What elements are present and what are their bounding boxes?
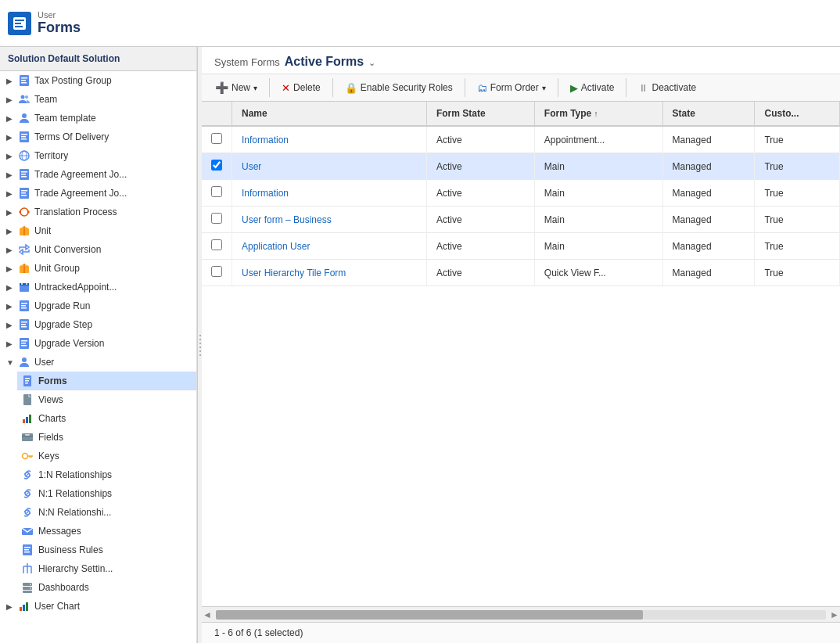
row-form-type-2: Main xyxy=(534,153,662,180)
label-trade-agreement-jo2: Trade Agreement Jo... xyxy=(34,188,127,199)
sidebar-item-tax-posting-group[interactable]: ▶ Tax Posting Group xyxy=(0,71,196,90)
icon-unit-conversion xyxy=(17,242,31,257)
sidebar-item-user-chart[interactable]: ▶ User Chart xyxy=(0,597,196,616)
sidebar-item-n1-relationships[interactable]: N:1 Relationships xyxy=(17,484,196,503)
row-checkbox-cell[interactable] xyxy=(202,207,232,233)
row-name-1[interactable]: Information xyxy=(232,126,427,153)
sidebar-item-upgrade-run[interactable]: ▶ Upgrade Run xyxy=(0,296,196,315)
svg-rect-19 xyxy=(21,171,27,173)
label-1n-relationships: 1:N Relationships xyxy=(38,469,112,480)
row-checkbox-4[interactable] xyxy=(211,213,222,224)
sidebar-item-team[interactable]: ▶ Team xyxy=(0,90,196,109)
row-form-type-3: Main xyxy=(534,180,662,207)
new-dropdown-icon[interactable]: ▾ xyxy=(253,84,257,92)
svg-rect-62 xyxy=(25,434,30,436)
enable-security-button[interactable]: 🔒 Enable Security Roles xyxy=(338,78,460,98)
sidebar-item-messages[interactable]: Messages xyxy=(17,522,196,541)
icon-keys xyxy=(20,449,34,463)
deactivate-button[interactable]: ⏸ Deactivate xyxy=(631,78,703,98)
select-all-header[interactable] xyxy=(202,102,232,126)
row-customizable-4: True xyxy=(755,207,840,233)
breadcrumb-dropdown-icon[interactable]: ⌄ xyxy=(368,58,375,68)
sidebar-item-team-template[interactable]: ▶ Team template xyxy=(0,109,196,128)
sidebar-item-charts[interactable]: Charts xyxy=(17,409,196,428)
sidebar-item-upgrade-step[interactable]: ▶ Upgrade Step xyxy=(0,315,196,334)
sidebar-item-unit-conversion[interactable]: ▶ Unit Conversion xyxy=(0,240,196,259)
row-checkbox-cell[interactable] xyxy=(202,260,232,286)
table-row[interactable]: Information Active Appointment... Manage… xyxy=(202,126,840,153)
table-row[interactable]: User Hierarchy Tile Form Active Quick Vi… xyxy=(202,260,840,286)
table-row[interactable]: Application User Active Main Managed Tru… xyxy=(202,233,840,260)
svg-rect-71 xyxy=(24,551,30,553)
sidebar-item-upgrade-version[interactable]: ▶ Upgrade Version xyxy=(0,334,196,353)
table-row[interactable]: User form – Business Active Main Managed… xyxy=(202,207,840,233)
sidebar-item-trade-agreement-jo1[interactable]: ▶ Trade Agreement Jo... xyxy=(0,165,196,184)
row-name-3[interactable]: Information xyxy=(232,180,427,207)
expand-arrow-translation-process: ▶ xyxy=(6,208,17,217)
svg-rect-14 xyxy=(21,138,27,140)
icon-user xyxy=(17,355,31,369)
sidebar-item-dashboards[interactable]: Dashboards xyxy=(17,578,196,597)
scroll-thumb[interactable] xyxy=(216,610,643,620)
sidebar-item-translation-process[interactable]: ▶ Translation Process xyxy=(0,203,196,221)
sidebar-item-territory[interactable]: ▶ Territory xyxy=(0,146,196,165)
col-header-customizable[interactable]: Custo... xyxy=(755,102,840,126)
sidebar-item-forms[interactable]: Forms xyxy=(17,372,196,390)
sidebar-item-unit[interactable]: ▶ Unit xyxy=(0,221,196,240)
scroll-left-btn[interactable]: ◄ xyxy=(202,609,213,620)
activate-button[interactable]: ▶ Activate xyxy=(563,78,622,98)
sidebar-item-hierarchy-settings[interactable]: Hierarchy Settin... xyxy=(17,559,196,578)
row-checkbox-cell[interactable] xyxy=(202,180,232,207)
sidebar-item-keys[interactable]: Keys xyxy=(17,447,196,465)
svg-rect-70 xyxy=(24,549,29,551)
sidebar-item-user[interactable]: ▼ User xyxy=(0,353,196,372)
expand-arrow-upgrade-run: ▶ xyxy=(6,302,17,311)
expand-arrow-trade-agreement-jo1: ▶ xyxy=(6,171,17,179)
sidebar-item-business-rules[interactable]: Business Rules xyxy=(17,541,196,559)
form-order-button[interactable]: 🗂 Form Order ▾ xyxy=(470,78,553,98)
row-checkbox-3[interactable] xyxy=(211,186,222,197)
row-name-6[interactable]: User Hierarchy Tile Form xyxy=(232,260,427,286)
row-name-2[interactable]: User xyxy=(232,153,427,180)
scroll-right-btn[interactable]: ► xyxy=(829,609,840,620)
svg-rect-45 xyxy=(21,326,27,328)
sidebar-item-terms-of-delivery[interactable]: ▶ Terms Of Delivery xyxy=(0,128,196,146)
row-checkbox-2[interactable] xyxy=(211,160,222,171)
sidebar-item-unit-group[interactable]: ▶ Unit Group xyxy=(0,259,196,278)
sidebar-item-1n-relationships[interactable]: 1:N Relationships xyxy=(17,465,196,484)
icon-upgrade-step xyxy=(17,318,31,332)
scroll-area[interactable]: ◄ ► xyxy=(202,606,840,622)
sidebar-item-untracked-appoint[interactable]: ▶ UntrackedAppoint... xyxy=(0,278,196,296)
label-keys: Keys xyxy=(38,451,59,462)
new-button[interactable]: ➕ New ▾ xyxy=(208,77,264,98)
table-row[interactable]: Information Active Main Managed True xyxy=(202,180,840,207)
svg-rect-25 xyxy=(21,195,27,196)
col-header-state[interactable]: State xyxy=(662,102,755,126)
user-children: Forms Views Charts Fields Keys 1:N Relat… xyxy=(0,372,196,597)
row-name-4[interactable]: User form – Business xyxy=(232,207,427,233)
sidebar-item-fields[interactable]: Fields xyxy=(17,428,196,447)
row-checkbox-cell[interactable] xyxy=(202,233,232,260)
svg-rect-40 xyxy=(21,305,26,307)
form-order-dropdown-icon[interactable]: ▾ xyxy=(542,84,546,92)
col-header-form-state[interactable]: Form State xyxy=(426,102,534,126)
sidebar-item-views[interactable]: Views xyxy=(17,390,196,409)
row-name-5[interactable]: Application User xyxy=(232,233,427,260)
row-form-state-1: Active xyxy=(426,126,534,153)
table-row[interactable]: User Active Main Managed True xyxy=(202,153,840,180)
row-checkbox-1[interactable] xyxy=(211,133,222,144)
row-customizable-2: True xyxy=(755,153,840,180)
col-header-name[interactable]: Name xyxy=(232,102,427,126)
header-parent-label: User xyxy=(38,10,81,20)
row-checkbox-5[interactable] xyxy=(211,239,222,250)
row-checkbox-cell[interactable] xyxy=(202,126,232,153)
row-checkbox-6[interactable] xyxy=(211,266,222,277)
label-untracked-appoint: UntrackedAppoint... xyxy=(34,282,117,293)
scroll-track[interactable] xyxy=(216,610,826,620)
sidebar-item-trade-agreement-jo2[interactable]: ▶ Trade Agreement Jo... xyxy=(0,184,196,203)
delete-button[interactable]: ✕ Delete xyxy=(275,78,328,98)
sidebar-item-nn-relationships[interactable]: N:N Relationshi... xyxy=(17,503,196,522)
row-checkbox-cell[interactable] xyxy=(202,153,232,180)
col-header-form-type[interactable]: Form Type ↑ xyxy=(534,102,662,126)
row-state-1: Managed xyxy=(662,126,755,153)
